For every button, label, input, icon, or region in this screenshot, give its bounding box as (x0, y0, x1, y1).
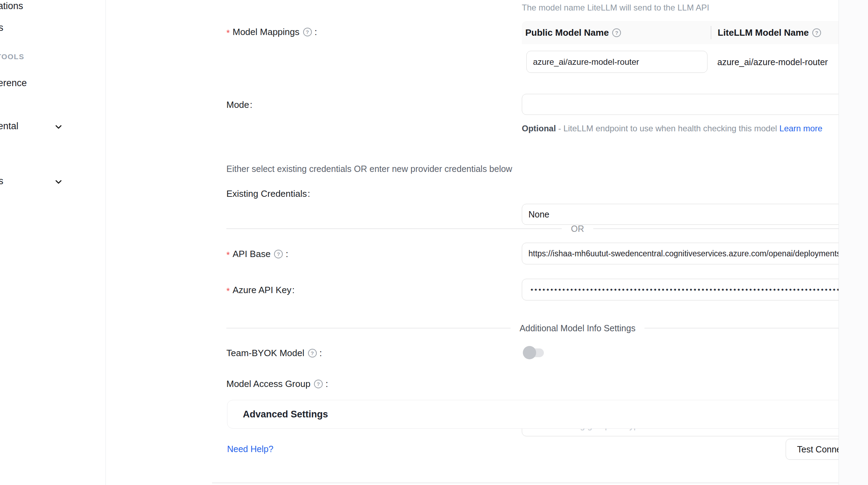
sidebar: ations s TOOLS erence ental s (0, 0, 106, 485)
model-name-helper-text: The model name LiteLLM will send to the … (522, 3, 709, 13)
model-access-group-label: Model Access Group ? : (226, 379, 328, 389)
azure-api-key-label: * Azure API Key : (226, 285, 295, 296)
public-model-name-input[interactable] (526, 51, 708, 73)
mode-label: Mode : (226, 99, 252, 110)
column-litellm-model-name: LiteLLM Model Name (718, 27, 809, 38)
existing-credentials-value: None (522, 209, 549, 220)
credentials-note: Either select existing credentials OR en… (226, 164, 512, 174)
need-help-link[interactable]: Need Help? (227, 444, 273, 454)
sidebar-item-truncated-5[interactable]: s (0, 176, 4, 187)
existing-credentials-select[interactable]: None (522, 204, 868, 225)
team-byok-label: Team-BYOK Model ? : (226, 348, 322, 359)
api-base-input[interactable] (522, 243, 868, 264)
sidebar-item-truncated-4[interactable]: ental (0, 121, 19, 132)
chevron-down-icon[interactable] (54, 178, 63, 186)
required-asterisk: * (226, 286, 230, 296)
add-model-form: The model name LiteLLM will send to the … (106, 0, 839, 485)
sidebar-item-truncated-1[interactable]: ations (0, 1, 23, 12)
footer-divider (212, 483, 868, 483)
existing-credentials-label: Existing Credentials : (226, 188, 310, 199)
table-row: azure_ai/azure-model-router (522, 44, 868, 101)
help-question-icon[interactable]: ? (314, 380, 323, 388)
sidebar-item-truncated-3[interactable]: erence (0, 78, 27, 89)
additional-settings-divider: Additional Model Info Settings (226, 323, 868, 334)
required-asterisk: * (226, 250, 230, 260)
team-byok-toggle[interactable] (523, 346, 545, 359)
toggle-handle (523, 346, 536, 359)
model-mappings-table: Public Model Name ? LiteLLM Model Name ?… (522, 21, 868, 101)
mode-help-text: Optional - LiteLLM endpoint to use when … (522, 121, 868, 136)
page-background-strip (839, 0, 868, 485)
table-header: Public Model Name ? LiteLLM Model Name ? (522, 21, 868, 44)
required-asterisk: * (226, 28, 230, 38)
model-mappings-label: * Model Mappings ? : (226, 27, 317, 37)
help-question-icon[interactable]: ? (812, 28, 821, 37)
chevron-down-icon[interactable] (54, 123, 63, 131)
api-base-label: * API Base ? : (226, 249, 288, 259)
advanced-settings-title: Advanced Settings (243, 409, 328, 420)
masked-api-key: ••••••••••••••••••••••••••••••••••••••••… (531, 285, 841, 294)
sidebar-item-truncated-2[interactable]: s (0, 22, 4, 33)
sidebar-section-tools: TOOLS (0, 53, 24, 61)
or-divider: OR (226, 223, 868, 234)
azure-api-key-input[interactable]: ••••••••••••••••••••••••••••••••••••••••… (522, 279, 868, 300)
help-question-icon[interactable]: ? (274, 250, 283, 258)
litellm-model-name-value: azure_ai/azure-model-router (717, 57, 828, 67)
learn-more-link[interactable]: Learn more (779, 124, 822, 133)
help-question-icon[interactable]: ? (308, 349, 317, 358)
help-question-icon[interactable]: ? (612, 28, 621, 37)
column-public-model-name: Public Model Name (525, 27, 609, 38)
column-separator (711, 26, 711, 39)
advanced-settings-panel[interactable]: Advanced Settings (227, 400, 868, 429)
mode-select[interactable] (522, 94, 868, 115)
help-question-icon[interactable]: ? (303, 28, 312, 36)
